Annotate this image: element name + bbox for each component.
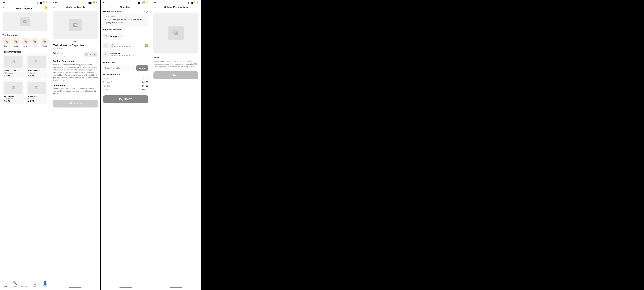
home-header: ≡ Location New York, USA 🔔 [0, 4, 50, 11]
subtotal-label: Sub Total [103, 77, 111, 80]
home-bar-2 [69, 288, 82, 288]
visa-name: Visa [110, 43, 144, 45]
time-4: 9:41 [154, 1, 158, 3]
home-icon: ⊞ [4, 281, 6, 285]
status-bar-3: 9:41 ▐▐▐▐ 🛜 🔋 [100, 0, 150, 4]
fav-icon-vitamind3[interactable]: ♡ [20, 82, 22, 84]
home-bar-4 [170, 288, 182, 288]
location-name: New York, USA [16, 7, 32, 10]
visa-icon: 💳 [103, 42, 109, 48]
payment-visa[interactable]: 💳 Visa ★★★★ ★★★★ ★★★★ 1234 ✅ [103, 41, 148, 50]
back-button-checkout[interactable]: ← [103, 6, 106, 9]
sanofi-label: Sanofi [42, 45, 46, 47]
home-indicator-2 [50, 285, 100, 290]
orders-icon: 📋 [33, 281, 37, 285]
medicine-details-screen: 9:41 ▐▐▐▐ 🛜 🔋 ← Medicine Details ♡ 🖼 Mul… [50, 0, 100, 290]
desc-text: Boost your overall health and energy wit… [53, 63, 98, 82]
categories-icon: ☰ [24, 281, 26, 285]
company-cipla[interactable]: 💊 Cipla [22, 38, 29, 47]
cipla-label: Cipla [23, 45, 27, 47]
promo-input[interactable] [103, 65, 135, 71]
product-img-probiotics: 🖼 [28, 82, 46, 94]
company-sanofi[interactable]: 💊 Sanofi [40, 38, 48, 47]
product-name-probiotics: Probiotics [28, 95, 46, 98]
delivery-fee-label: Delivery Fee [103, 81, 114, 83]
sanofi-icon: 💊 [41, 38, 48, 45]
wifi-icon-2: 🛜 [93, 1, 95, 3]
qty-control: − 1 + [83, 52, 98, 57]
battery-icon: 🔋 [45, 1, 48, 3]
discount-row: Discount $00.00 [103, 88, 148, 92]
home-bar-3 [119, 288, 132, 288]
desc-title: Product Description [53, 60, 98, 62]
medicine-content: 🖼 Multivitamins Capsules 90 Capsules $12… [50, 11, 100, 285]
product-capsules-multi: 90 Capsules [28, 72, 46, 74]
googlepay-name: Google Pay [110, 35, 148, 38]
qty-decrement[interactable]: − [84, 53, 88, 56]
product-capsules-probiotics: 60 Capsules [28, 98, 46, 100]
nav-home[interactable]: ⊞ Home [0, 281, 10, 288]
delivery-header: Delivery Address Change [103, 10, 148, 13]
note-section: Note Always upload a clear version of yo… [151, 56, 201, 68]
product-img-vitamind3: 🖼 [4, 82, 22, 94]
nav-profile[interactable]: 👤 Profile [40, 281, 50, 288]
qty-increment[interactable]: + [93, 53, 96, 56]
location-label: Location [16, 5, 32, 7]
pay-button[interactable]: Pay $94.73 [103, 95, 148, 103]
payment-mastercard[interactable]: 💳 Mastercard ★★★★ ★★★★ ★★★★ 1234 [103, 50, 148, 59]
nav-categories[interactable]: ☰ Categories [20, 281, 30, 288]
address-type: Office Address [105, 16, 146, 17]
price-row: $12.99 ★ ★ ★ ★ ★ − 1 + [53, 51, 98, 58]
bell-icon[interactable]: 🔔 [44, 6, 48, 9]
order-summary: Sub Total $85.46 Delivery Fee $05.00 Tax… [103, 77, 148, 92]
fav-icon-omega[interactable]: ♥ [21, 56, 22, 58]
change-button[interactable]: Change [142, 10, 148, 12]
nav-search[interactable]: 🔍 Search [10, 281, 20, 288]
product-price-vitamind3: $10.50 [4, 100, 22, 102]
product-banner: 🖼 [53, 11, 98, 39]
company-lupin[interactable]: 💊 Lupin [31, 38, 39, 47]
status-icons-3: ▐▐▐▐ 🛜 🔋 [138, 1, 148, 3]
ingredients-title: Ingredients [53, 84, 98, 86]
signal-icon-2: ▐▐▐▐ [87, 1, 92, 3]
product-name-omega: Omega 3 Fish Oil [4, 70, 22, 72]
product-probiotics[interactable]: ♡ 🖼 Probiotics 60 Capsules $14.75 [26, 80, 48, 104]
product-detail-subtitle: 90 Capsules [53, 47, 98, 50]
wifi-icon-4: 🛜 [194, 1, 196, 3]
orders-nav-label: Orders [32, 285, 38, 287]
hamburger-icon[interactable]: ≡ [2, 6, 4, 9]
product-banner-image: 🖼 [69, 19, 82, 31]
promo-label: Promo Code [103, 61, 148, 64]
address-card: Office Address A-12, Oakridge Apartments… [103, 14, 148, 26]
company-pfizer[interactable]: 💊 Pfizer [2, 38, 10, 47]
order-summary-label: Order Summary [103, 73, 148, 76]
product-vitamind3[interactable]: ♡ 🖼 Vitamin D3 60 Capsules $10.50 [2, 80, 24, 104]
product-multivitamins[interactable]: ♡ 🖼 Multivitamins 90 Capsules $12.99 [26, 54, 48, 78]
product-omega[interactable]: ♥ 🖼 Omega 3 Fish Oil 45 Capsules $15.99 [2, 54, 24, 78]
home-banner: 🖼 [2, 12, 48, 31]
company-cadila[interactable]: 💊 Cadila [12, 38, 20, 47]
next-button[interactable]: Next [154, 71, 198, 79]
payment-googlepay[interactable]: G Google Pay [103, 32, 148, 41]
upload-content: 🖼 Note Always upload a clear version of … [151, 10, 201, 285]
dot-1 [73, 41, 74, 42]
product-name-multi: Multivitamins [28, 70, 46, 72]
add-to-cart-button[interactable]: Add to Cart [53, 100, 98, 108]
apply-button[interactable]: Apply [136, 65, 148, 71]
lupin-label: Lupin [33, 45, 37, 47]
fav-icon-probiotics[interactable]: ♡ [44, 82, 46, 84]
back-button-upload[interactable]: ← [154, 6, 156, 9]
back-button-medicine[interactable]: ← [53, 6, 56, 9]
product-info: Multivitamins Capsules 90 Capsules $12.9… [50, 44, 100, 95]
time-2: 9:41 [53, 1, 57, 3]
nav-orders[interactable]: 📋 Orders [30, 281, 40, 288]
delivery-fee-row: Delivery Fee $05.00 [103, 80, 148, 84]
categories-nav-label: Categories [21, 285, 29, 287]
fav-icon-multi[interactable]: ♡ [44, 56, 46, 58]
product-price-probiotics: $14.75 [28, 100, 46, 102]
mastercard-card-no: ★★★★ ★★★★ ★★★★ 1234 [110, 54, 148, 56]
wishlist-button[interactable]: ♡ [95, 6, 98, 9]
pfizer-icon: 💊 [3, 38, 10, 45]
product-img-omega: 🖼 [4, 56, 22, 68]
upload-area[interactable]: 🖼 [154, 13, 198, 53]
